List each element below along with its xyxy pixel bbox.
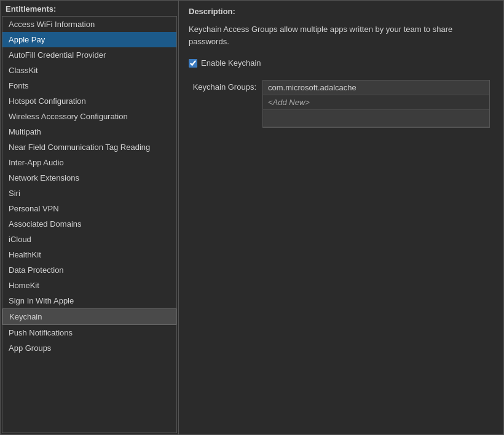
entitlement-item[interactable]: HomeKit bbox=[2, 278, 176, 293]
keychain-groups-label: Keychain Groups: bbox=[189, 80, 256, 92]
entitlement-item[interactable]: Data Protection bbox=[2, 262, 176, 278]
entitlement-item[interactable]: Fonts bbox=[2, 78, 176, 93]
entitlement-item[interactable]: Apple Pay bbox=[2, 32, 176, 47]
entitlement-item[interactable]: AutoFill Credential Provider bbox=[2, 47, 176, 63]
entitlement-item[interactable]: App Groups bbox=[2, 340, 176, 356]
entitlements-header: Entitlements: bbox=[1, 1, 178, 16]
description-header: Description: bbox=[189, 7, 494, 16]
entitlement-item[interactable]: Access WiFi Information bbox=[2, 17, 176, 32]
entitlement-item[interactable]: HealthKit bbox=[2, 247, 176, 262]
entitlement-item[interactable]: Inter-App Audio bbox=[2, 155, 176, 170]
entitlement-item[interactable]: Push Notifications bbox=[2, 325, 176, 340]
entitlement-item[interactable]: Sign In With Apple bbox=[2, 293, 176, 308]
entitlement-item[interactable]: Hotspot Configuration bbox=[2, 93, 176, 109]
entitlement-item[interactable]: Wireless Accessory Configuration bbox=[2, 109, 176, 124]
add-new-group-row[interactable]: <Add New> bbox=[263, 95, 489, 110]
enable-keychain-checkbox[interactable] bbox=[189, 59, 197, 68]
enable-keychain-row: Enable Keychain bbox=[189, 58, 494, 68]
entitlement-list: Access WiFi InformationApple PayAutoFill… bbox=[2, 16, 177, 433]
description-text: Keychain Access Groups allow multiple ap… bbox=[189, 23, 494, 47]
entitlement-item[interactable]: iCloud bbox=[2, 232, 176, 247]
right-panel: Description: Keychain Access Groups allo… bbox=[179, 1, 503, 434]
entitlement-item[interactable]: Siri bbox=[2, 186, 176, 201]
entitlement-item[interactable]: Personal VPN bbox=[2, 201, 176, 216]
keychain-group-row: com.microsoft.adalcache bbox=[263, 80, 489, 95]
enable-keychain-label[interactable]: Enable Keychain bbox=[201, 58, 261, 68]
entitlement-item[interactable]: Associated Domains bbox=[2, 216, 176, 232]
entitlement-item[interactable]: ClassKit bbox=[2, 63, 176, 78]
left-panel: Entitlements: Access WiFi InformationApp… bbox=[1, 1, 179, 434]
keychain-groups-section: Keychain Groups: com.microsoft.adalcache… bbox=[189, 80, 494, 128]
entitlement-item[interactable]: Network Extensions bbox=[2, 170, 176, 186]
keychain-group-row bbox=[263, 110, 489, 127]
keychain-groups-table: com.microsoft.adalcache<Add New> bbox=[262, 80, 490, 128]
entitlement-item[interactable]: Keychain bbox=[2, 308, 176, 325]
entitlement-item[interactable]: Multipath bbox=[2, 124, 176, 139]
main-container: Entitlements: Access WiFi InformationApp… bbox=[0, 0, 504, 435]
entitlement-item[interactable]: Near Field Communication Tag Reading bbox=[2, 139, 176, 155]
